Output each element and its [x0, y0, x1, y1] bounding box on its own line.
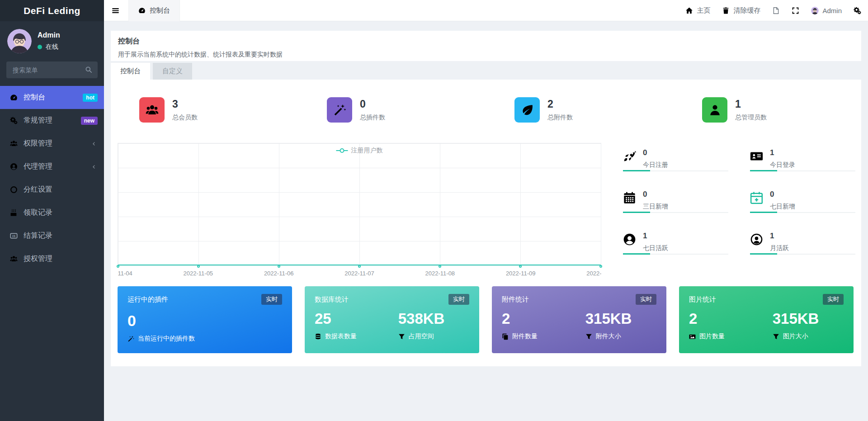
mini-stat-label: 今日注册 [643, 161, 668, 169]
user-status: 在线 [38, 43, 60, 51]
user-menu-label: Admin [822, 7, 842, 14]
users-group-icon [139, 97, 165, 123]
sidebar-item-general[interactable]: 常规管理 new [0, 109, 104, 132]
sidebar-item-label: 常规管理 [24, 116, 81, 125]
chart-x-label: 2022-11-10 [586, 270, 601, 277]
stat-value: 3 [172, 98, 198, 110]
sidebar-item-label: 控制台 [24, 93, 83, 102]
magic-wand-icon [127, 336, 134, 342]
magic-wand-icon [327, 97, 352, 123]
dashboard-app: DeFi Leding Admin 在线 控制台 hot [0, 0, 868, 421]
mini-stat-value: 1 [643, 232, 668, 241]
gauge-icon [10, 94, 18, 101]
gears-icon [854, 7, 861, 14]
card-foot-label: 数据表数量 [325, 332, 357, 341]
mini-stat-month-active: 1 月活跃 [750, 227, 855, 269]
clear-cache-button[interactable]: 清除缓存 [722, 6, 760, 15]
realtime-badge: 实时 [261, 294, 282, 305]
sidebar-item-settlements[interactable]: 结算记录 [0, 224, 104, 247]
stat-label: 总附件数 [547, 114, 573, 122]
sidebar-item-claims[interactable]: 领取记录 [0, 201, 104, 224]
image-icon [689, 333, 696, 340]
user-circle-icon [10, 163, 18, 170]
content-tabs: 控制台 自定义 [111, 63, 192, 80]
chart-legend[interactable]: 注册用户数 [336, 147, 383, 155]
funnel-icon [773, 333, 779, 340]
trash-icon [722, 7, 730, 14]
chart-x-label: 2022-11-07 [344, 270, 374, 277]
mini-stat-label: 七日活跃 [643, 244, 668, 252]
stat-label: 总会员数 [172, 114, 198, 122]
mini-stats-grid: 0 今日注册 1 今日登录 0 三日新增 0 七日新增 [623, 144, 855, 269]
search-icon[interactable] [85, 66, 92, 73]
search-input[interactable] [6, 61, 98, 78]
sidebar-item-dashboard[interactable]: 控制台 hot [0, 86, 104, 109]
card-title: 附件统计 [502, 295, 529, 304]
mini-stat-7day-active: 1 七日活跃 [623, 227, 728, 269]
users-icon [10, 140, 18, 147]
closed-caption-icon [10, 232, 18, 240]
person-icon [702, 97, 727, 123]
home-icon [685, 7, 693, 14]
topbar-actions: 主页 清除缓存 Admin [685, 6, 868, 15]
tab-dashboard[interactable]: 控制台 [111, 63, 150, 80]
legend-label: 注册用户数 [351, 147, 383, 155]
mini-stat-3day-new: 0 三日新增 [623, 185, 728, 227]
leaf-icon [514, 97, 540, 123]
cake-icon [10, 209, 18, 217]
clear-cache-label: 清除缓存 [733, 6, 760, 15]
sidebar-item-agents[interactable]: 代理管理 [0, 155, 104, 178]
mini-stat-value: 0 [770, 190, 795, 199]
card-foot-label: 附件大小 [596, 332, 621, 341]
topbar-tab-dashboard[interactable]: 控制台 [128, 0, 180, 21]
id-card-icon [750, 150, 763, 163]
user-panel: Admin 在线 [0, 21, 104, 60]
card-value: 25 [315, 310, 398, 327]
user-circle-outline-icon [750, 233, 763, 246]
mini-stat-label: 三日新增 [643, 203, 668, 211]
mini-stat-today-logins: 1 今日登录 [750, 144, 855, 185]
fullscreen-button[interactable] [792, 7, 799, 14]
chevron-left-icon [91, 164, 97, 170]
chart-markers [118, 143, 601, 265]
new-badge: new [81, 117, 98, 125]
stat-total-plugins: 0 总插件数 [327, 97, 385, 123]
home-link[interactable]: 主页 [685, 6, 710, 15]
stat-total-admins: 1 总管理员数 [702, 97, 767, 123]
chart-x-label: 2022-11-08 [425, 270, 455, 277]
tab-custom[interactable]: 自定义 [153, 63, 192, 80]
sidebar-item-label: 权限管理 [24, 139, 91, 148]
users-icon [10, 255, 18, 263]
sidebar-item-permissions[interactable]: 权限管理 [0, 132, 104, 155]
page-header: 控制台 用于展示当前系统中的统计数据、统计报表及重要实时数据 [111, 31, 861, 61]
realtime-badge: 实时 [448, 294, 469, 305]
hamburger-icon[interactable] [111, 6, 120, 15]
page-subtitle: 用于展示当前系统中的统计数据、统计报表及重要实时数据 [118, 51, 854, 59]
sidebar-item-dividend[interactable]: 分红设置 [0, 178, 104, 201]
user-menu[interactable]: Admin [811, 7, 842, 14]
settings-button[interactable] [854, 7, 861, 14]
dashboard-panel: 3 总会员数 0 总插件数 2 总附件数 [111, 80, 861, 366]
app-logo[interactable]: DeFi Leding [0, 0, 104, 21]
mini-stat-today-registered: 0 今日注册 [623, 144, 728, 185]
mini-stat-value: 0 [643, 190, 668, 199]
avatar [811, 7, 819, 14]
gauge-icon [138, 7, 146, 14]
avatar[interactable] [7, 29, 32, 53]
mini-stat-label: 七日新增 [770, 203, 795, 211]
chart-plot-area [118, 143, 601, 266]
circle-outline-icon [10, 186, 18, 194]
user-circle-icon [623, 233, 636, 246]
database-stats-card: 数据库统计 实时 25 数据表数量 538KB 占用空间 [305, 286, 479, 353]
card-value: 0 [127, 312, 282, 330]
stat-label: 总插件数 [360, 114, 385, 122]
chart-x-label: 2022-11-09 [506, 270, 536, 277]
card-foot-label: 当前运行中的插件数 [138, 335, 195, 343]
page-switch-button[interactable] [772, 7, 780, 14]
fullscreen-icon [792, 7, 799, 14]
sidebar-item-authorization[interactable]: 授权管理 [0, 247, 104, 270]
card-foot-label: 占用空间 [409, 332, 434, 341]
mini-stat-label: 今日登录 [770, 161, 795, 169]
card-foot-label: 附件数量 [512, 332, 538, 341]
user-status-label: 在线 [46, 43, 58, 51]
